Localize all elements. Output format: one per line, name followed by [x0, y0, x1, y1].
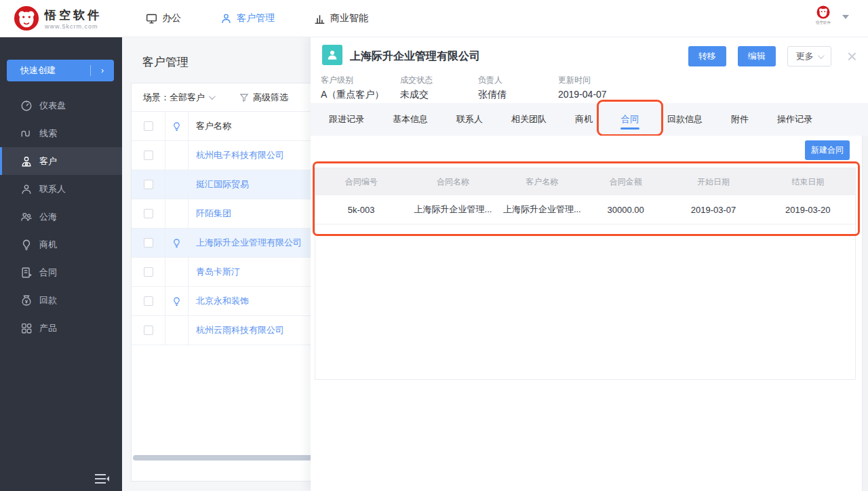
- tab-contacts[interactable]: 联系人: [442, 103, 497, 136]
- more-button-label: 更多: [796, 50, 814, 62]
- close-icon[interactable]: ×: [847, 47, 857, 65]
- tab-attachments[interactable]: 附件: [717, 103, 763, 136]
- customer-row[interactable]: 上海际升企业管理有限公司: [132, 229, 311, 258]
- product-grid-icon: [20, 322, 33, 334]
- sidebar-label-public-pool: 公海: [39, 211, 57, 223]
- user-caption: 悟空软件: [816, 20, 831, 25]
- row-checkbox[interactable]: [144, 238, 153, 248]
- user-menu[interactable]: 悟空软件: [810, 5, 849, 26]
- collapse-sidebar-icon[interactable]: [94, 472, 110, 486]
- sidebar-item-contacts[interactable]: 联系人: [0, 175, 122, 203]
- row-checkbox[interactable]: [144, 209, 153, 218]
- nav-item-business-intelligence[interactable]: 商业智能: [314, 12, 368, 24]
- sidebar-label-contacts: 联系人: [39, 183, 66, 195]
- opportunity-bulb-icon: [20, 239, 33, 251]
- nav-item-customer-management[interactable]: 客户管理: [220, 12, 275, 24]
- sidebar-item-products[interactable]: 产品: [0, 314, 122, 342]
- row-checkbox[interactable]: [144, 296, 153, 306]
- sidebar-label-opportunities: 商机: [39, 239, 57, 251]
- active-tab-underline: [620, 127, 639, 130]
- logo-title: 悟空软件: [45, 7, 102, 23]
- tab-activity-log[interactable]: 操作记录: [763, 103, 827, 136]
- meta-label-owner: 负责人: [478, 75, 558, 86]
- vertical-scrollbar[interactable]: [862, 136, 868, 491]
- contract-doc-icon: [20, 267, 33, 279]
- tab-follow-up[interactable]: 跟进记录: [315, 103, 378, 136]
- scene-label: 场景：全部客户: [143, 92, 205, 104]
- sidebar: 快速创建 › 仪表盘 线索 客户 联系人: [0, 37, 122, 491]
- customer-link[interactable]: 杭州云雨科技有限公司: [196, 325, 284, 335]
- col-header-customer-name: 客户名称: [499, 176, 585, 188]
- customer-link[interactable]: 青岛卡斯汀: [196, 267, 240, 277]
- row-checkbox[interactable]: [144, 326, 153, 335]
- scene-dropdown[interactable]: 场景：全部客户: [143, 92, 214, 104]
- chevron-down-icon: [842, 15, 849, 19]
- detail-title: 上海际升企业管理有限公司: [350, 50, 480, 64]
- more-button[interactable]: 更多: [787, 46, 831, 66]
- quick-create-button[interactable]: 快速创建 ›: [7, 60, 114, 81]
- advanced-filter-label: 高级筛选: [253, 92, 288, 104]
- sidebar-label-customers: 客户: [39, 155, 57, 168]
- app-logo[interactable]: 悟空软件 www.5kcrm.com: [14, 5, 125, 31]
- contract-no: 5k-003: [315, 205, 407, 215]
- meta-value-owner: 张倩倩: [478, 89, 558, 101]
- tab-contracts[interactable]: 合同: [607, 103, 653, 136]
- nav-item-office[interactable]: 办公: [146, 12, 181, 24]
- row-checkbox[interactable]: [144, 180, 153, 189]
- sidebar-item-dashboard[interactable]: 仪表盘: [0, 92, 122, 119]
- row-checkbox[interactable]: [144, 267, 153, 277]
- public-pool-icon: [20, 211, 33, 223]
- bar-chart-icon: [314, 13, 326, 24]
- sidebar-item-contracts[interactable]: 合同: [0, 258, 122, 286]
- customer-link[interactable]: 杭州电子科技有限公司: [196, 150, 284, 160]
- select-all-checkbox[interactable]: [144, 121, 153, 131]
- customer-row[interactable]: 阡陌集团: [132, 199, 311, 229]
- sidebar-item-public-pool[interactable]: 公海: [0, 203, 122, 231]
- monkey-logo-icon: [14, 5, 39, 31]
- horizontal-scrollbar[interactable]: [133, 455, 311, 460]
- sidebar-item-leads[interactable]: 线索: [0, 119, 122, 147]
- advanced-filter-button[interactable]: 高级筛选: [239, 92, 288, 104]
- edit-button[interactable]: 编辑: [738, 46, 776, 66]
- customer-row[interactable]: 北京永和装饰: [132, 287, 311, 316]
- customer-row[interactable]: 青岛卡斯汀: [132, 258, 311, 287]
- tab-basic-info[interactable]: 基本信息: [378, 103, 442, 136]
- page-title: 客户管理: [142, 54, 189, 70]
- customer-row[interactable]: 挺汇国际贸易: [132, 170, 311, 199]
- customer-avatar: [322, 45, 342, 65]
- customer-link[interactable]: 上海际升企业管理有限公司: [196, 237, 302, 248]
- sidebar-label-payments: 回款: [39, 294, 57, 307]
- row-checkbox[interactable]: [144, 151, 153, 160]
- contract-table-header: 合同编号 合同名称 客户名称 合同金额 开始日期 结束日期: [315, 168, 855, 195]
- quick-create-label: 快速创建: [20, 64, 90, 77]
- col-header-start-date: 开始日期: [666, 176, 760, 188]
- customer-row[interactable]: 杭州电子科技有限公司: [132, 141, 311, 170]
- nav-label-customer-management: 客户管理: [237, 12, 275, 24]
- meta-label-level: 客户级别: [321, 75, 400, 86]
- customer-link[interactable]: 北京永和装饰: [196, 296, 249, 306]
- customer-detail-panel: 上海际升企业管理有限公司 转移 编辑 更多 × 客户级别 A（重点客户） 成交状…: [311, 37, 868, 491]
- contract-row[interactable]: 5k-003 上海际升企业管理... 上海际升企业管理... 30000.00 …: [315, 195, 855, 224]
- money-bag-icon: [20, 294, 33, 307]
- customer-row[interactable]: 杭州云雨科技有限公司: [132, 316, 311, 345]
- dashboard-icon: [20, 100, 33, 112]
- contract-amount: 30000.00: [585, 205, 666, 215]
- col-header-contract-name: 合同名称: [407, 176, 498, 188]
- customer-link[interactable]: 阡陌集团: [196, 208, 231, 218]
- customer-list-card: 场景：全部客户 高级筛选 客户名称: [131, 83, 311, 482]
- logo-url: www.5kcrm.com: [45, 23, 102, 30]
- new-contract-button[interactable]: 新建合同: [805, 140, 850, 160]
- sidebar-label-products: 产品: [39, 322, 57, 334]
- tab-payment-info[interactable]: 回款信息: [653, 103, 717, 136]
- customer-list-panel: 客户管理 场景：全部客户 高级筛选 客户名称: [122, 37, 311, 491]
- customer-link[interactable]: 挺汇国际贸易: [196, 179, 249, 189]
- tab-opportunities[interactable]: 商机: [561, 103, 607, 136]
- chevron-down-icon: [818, 52, 825, 59]
- transfer-button[interactable]: 转移: [688, 46, 726, 66]
- sidebar-item-customers[interactable]: 客户: [0, 147, 122, 175]
- tab-related-team[interactable]: 相关团队: [497, 103, 561, 136]
- contract-customer: 上海际升企业管理...: [499, 203, 585, 216]
- lightbulb-flag-icon: [172, 238, 182, 248]
- sidebar-item-payments[interactable]: 回款: [0, 286, 122, 314]
- sidebar-item-opportunities[interactable]: 商机: [0, 231, 122, 258]
